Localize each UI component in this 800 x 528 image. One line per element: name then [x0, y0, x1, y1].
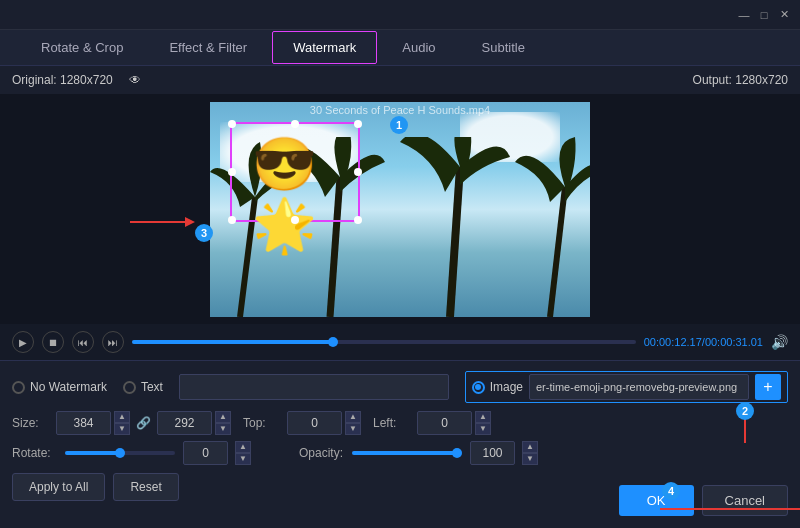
text-watermark-input[interactable]	[179, 374, 449, 400]
no-watermark-option[interactable]: No Watermark	[12, 380, 107, 394]
size-w-up[interactable]: ▲	[114, 411, 130, 423]
opacity-group: Opacity: ▲ ▼	[299, 441, 538, 465]
no-watermark-label: No Watermark	[30, 380, 107, 394]
top-group: Top: ▲ ▼	[243, 411, 361, 435]
rotate-input[interactable]	[183, 441, 228, 465]
tab-watermark[interactable]: Watermark	[272, 31, 377, 64]
final-buttons: OK Cancel	[619, 485, 788, 516]
left-up[interactable]: ▲	[475, 411, 491, 423]
rotate-group: Rotate: ▲ ▼	[12, 441, 251, 465]
original-resolution: Original: 1280x720	[12, 73, 113, 87]
close-button[interactable]: ✕	[776, 7, 792, 23]
volume-icon[interactable]: 🔊	[771, 334, 788, 350]
image-label: Image	[490, 380, 523, 394]
rotate-up[interactable]: ▲	[235, 441, 251, 453]
image-option-group: Image +	[465, 371, 788, 403]
handle-mid-right[interactable]	[354, 168, 362, 176]
size-height-input[interactable]	[157, 411, 212, 435]
handle-bottom-mid[interactable]	[291, 216, 299, 224]
tab-audio[interactable]: Audio	[381, 31, 456, 64]
tab-effect-filter[interactable]: Effect & Filter	[148, 31, 268, 64]
rotate-label: Rotate:	[12, 446, 57, 460]
minimize-button[interactable]: —	[736, 7, 752, 23]
svg-line-5	[550, 187, 565, 317]
cancel-button[interactable]: Cancel	[702, 485, 788, 516]
file-title: 30 Seconds of Peace H Sounds.mp4	[210, 102, 590, 116]
output-resolution: Output: 1280x720	[693, 73, 788, 87]
top-up[interactable]: ▲	[345, 411, 361, 423]
timeline: ▶ ⏹ ⏮ ⏭ 00:00:12.17/00:00:31.01 🔊	[0, 324, 800, 360]
text-label: Text	[141, 380, 163, 394]
svg-line-4	[450, 167, 460, 317]
ok-button[interactable]: OK	[619, 485, 694, 516]
handle-top-right[interactable]	[354, 120, 362, 128]
image-radio[interactable]	[472, 381, 485, 394]
label-4: 4	[662, 482, 680, 500]
handle-bottom-right[interactable]	[354, 216, 362, 224]
maximize-button[interactable]: □	[756, 7, 772, 23]
label-1: 1	[390, 116, 408, 134]
handle-bottom-left[interactable]	[228, 216, 236, 224]
top-down[interactable]: ▼	[345, 423, 361, 435]
left-label: Left:	[373, 416, 413, 430]
opacity-up[interactable]: ▲	[522, 441, 538, 453]
info-bar: Original: 1280x720 👁 Output: 1280x720	[0, 66, 800, 94]
image-filename-input[interactable]	[529, 374, 749, 400]
tab-bar: Rotate & Crop Effect & Filter Watermark …	[0, 30, 800, 66]
size-label: Size:	[12, 416, 52, 430]
watermark-type-row: No Watermark Text Image +	[12, 371, 788, 403]
text-radio[interactable]	[123, 381, 136, 394]
left-watermark-options: No Watermark Text	[12, 374, 449, 400]
size-row: Size: ▲ ▼ 🔗 ▲ ▼ Top: ▲ ▼ Left:	[12, 411, 788, 435]
handle-top-left[interactable]	[228, 120, 236, 128]
opacity-input[interactable]	[470, 441, 515, 465]
watermark-emoji: 😎🌟	[252, 134, 358, 256]
stop-button[interactable]: ⏹	[42, 331, 64, 353]
handle-mid-left[interactable]	[228, 168, 236, 176]
label-2: 2	[736, 402, 754, 420]
reset-button[interactable]: Reset	[113, 473, 178, 501]
opacity-label: Opacity:	[299, 446, 344, 460]
top-input[interactable]	[287, 411, 342, 435]
left-input[interactable]	[417, 411, 472, 435]
left-group: Left: ▲ ▼	[373, 411, 491, 435]
apply-all-button[interactable]: Apply to All	[12, 473, 105, 501]
rotate-slider[interactable]	[65, 451, 175, 455]
time-display: 00:00:12.17/00:00:31.01	[644, 336, 763, 348]
add-image-button[interactable]: +	[755, 374, 781, 400]
timeline-progress[interactable]	[132, 340, 636, 344]
left-down[interactable]: ▼	[475, 423, 491, 435]
red-line-bottom	[660, 508, 800, 510]
title-bar: — □ ✕	[0, 0, 800, 30]
rotate-opacity-row: Rotate: ▲ ▼ Opacity: ▲ ▼	[12, 441, 788, 465]
size-group: Size: ▲ ▼ 🔗 ▲ ▼	[12, 411, 231, 435]
text-option[interactable]: Text	[123, 380, 163, 394]
link-icon[interactable]: 🔗	[136, 416, 151, 430]
svg-marker-1	[185, 217, 195, 227]
top-label: Top:	[243, 416, 283, 430]
tab-rotate-crop[interactable]: Rotate & Crop	[20, 31, 144, 64]
size-w-down[interactable]: ▼	[114, 423, 130, 435]
play-button[interactable]: ▶	[12, 331, 34, 353]
no-watermark-radio[interactable]	[12, 381, 25, 394]
size-h-up[interactable]: ▲	[215, 411, 231, 423]
preview-area: 1 3 30 Seconds of Peace H Sounds.mp4	[0, 94, 800, 324]
size-h-down[interactable]: ▼	[215, 423, 231, 435]
label-3: 3	[195, 224, 213, 242]
tab-subtitle[interactable]: Subtitle	[461, 31, 546, 64]
image-radio-option[interactable]: Image	[472, 380, 523, 394]
size-width-input[interactable]	[56, 411, 111, 435]
handle-top-mid[interactable]	[291, 120, 299, 128]
arrow-indicator	[130, 212, 200, 232]
rotate-down[interactable]: ▼	[235, 453, 251, 465]
eye-icon[interactable]: 👁	[129, 73, 141, 87]
watermark-bounds[interactable]: 😎🌟	[230, 122, 360, 222]
opacity-down[interactable]: ▼	[522, 453, 538, 465]
next-frame-button[interactable]: ⏭	[102, 331, 124, 353]
opacity-slider[interactable]	[352, 451, 462, 455]
prev-frame-button[interactable]: ⏮	[72, 331, 94, 353]
